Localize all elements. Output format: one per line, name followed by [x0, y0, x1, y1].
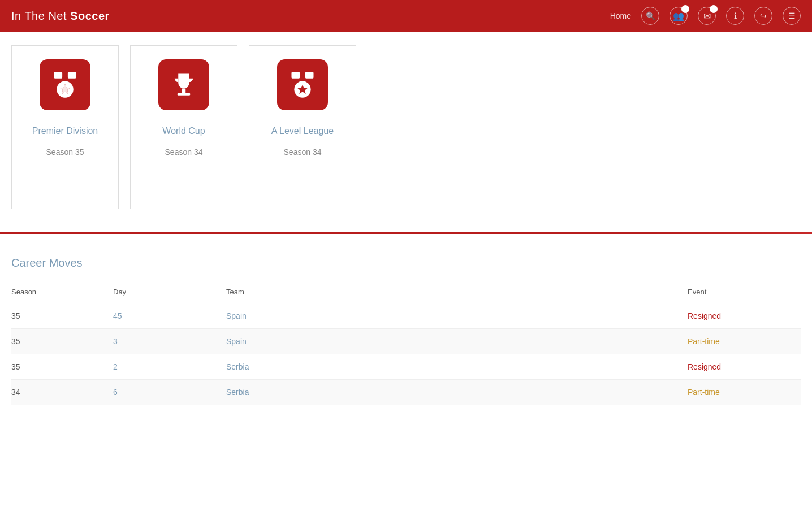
career-title: Career Moves [11, 257, 801, 270]
section-divider [0, 232, 812, 234]
brand-text-bold: Soccer [70, 10, 110, 22]
cell-team[interactable]: Spain [226, 329, 688, 354]
card-title-alevel: A Level League [271, 126, 334, 136]
cell-season: 35 [11, 329, 113, 354]
card-a-level-league[interactable]: A Level League Season 34 [249, 45, 356, 209]
search-icon[interactable]: 🔍 [641, 7, 659, 25]
cell-season: 34 [11, 380, 113, 405]
people-icon[interactable]: 👥 1 [670, 7, 688, 25]
cell-team[interactable]: Spain [226, 303, 688, 329]
brand-text-plain: In The Net [11, 10, 70, 22]
table-row: 35 3 Spain Part-time [11, 329, 801, 354]
card-world-cup[interactable]: World Cup Season 34 [130, 45, 237, 209]
card-premier-division[interactable]: Premier Division Season 35 [11, 45, 119, 209]
card-title-premier: Premier Division [32, 126, 98, 136]
cell-day: 45 [113, 303, 226, 329]
col-season: Season [11, 283, 113, 303]
table-row: 35 2 Serbia Resigned [11, 354, 801, 380]
trophy-icon [169, 70, 198, 99]
col-team: Team [226, 283, 688, 303]
mail-badge: 1 [710, 5, 718, 13]
card-icon-medal2 [277, 59, 328, 110]
cell-team[interactable]: Serbia [226, 354, 688, 380]
mail-icon[interactable]: ✉ 1 [698, 7, 716, 25]
home-link[interactable]: Home [610, 11, 631, 20]
svg-rect-7 [178, 93, 191, 96]
header: In The Net Soccer Home 🔍 👥 1 ✉ 1 ℹ ↪ ☰ [0, 0, 812, 32]
cards-section: Premier Division Season 35 World Cup Sea… [0, 32, 812, 232]
cell-day: 3 [113, 329, 226, 354]
col-event: Event [688, 283, 801, 303]
cell-season: 35 [11, 354, 113, 380]
cell-event: Part-time [688, 380, 801, 405]
cell-event: Part-time [688, 329, 801, 354]
medal2-icon [288, 70, 317, 99]
card-icon-medal [40, 59, 90, 110]
cell-day: 6 [113, 380, 226, 405]
info-icon[interactable]: ℹ [726, 7, 744, 25]
menu-icon[interactable]: ☰ [783, 7, 801, 25]
brand: In The Net Soccer [11, 10, 610, 23]
col-day: Day [113, 283, 226, 303]
table-row: 34 6 Serbia Part-time [11, 380, 801, 405]
header-nav: Home 🔍 👥 1 ✉ 1 ℹ ↪ ☰ [610, 7, 801, 25]
svg-rect-0 [54, 72, 63, 78]
svg-rect-1 [68, 72, 76, 78]
table-row: 35 45 Spain Resigned [11, 303, 801, 329]
card-season-worldcup: Season 34 [165, 147, 203, 157]
cell-event: Resigned [688, 354, 801, 380]
career-section: Career Moves Season Day Team Event 35 45… [0, 257, 812, 428]
card-icon-trophy [158, 59, 209, 110]
cell-season: 35 [11, 303, 113, 329]
card-season-premier: Season 35 [46, 147, 84, 157]
svg-rect-8 [292, 72, 300, 78]
logout-icon[interactable]: ↪ [754, 7, 772, 25]
cell-team[interactable]: Serbia [226, 380, 688, 405]
cell-day: 2 [113, 354, 226, 380]
svg-rect-6 [182, 89, 186, 93]
career-table: Season Day Team Event 35 45 Spain Resign… [11, 283, 801, 405]
people-badge: 1 [681, 5, 689, 13]
svg-rect-9 [305, 72, 314, 78]
cell-event: Resigned [688, 303, 801, 329]
card-title-worldcup: World Cup [162, 126, 205, 136]
medal-icon [50, 70, 80, 99]
card-season-alevel: Season 34 [284, 147, 322, 157]
